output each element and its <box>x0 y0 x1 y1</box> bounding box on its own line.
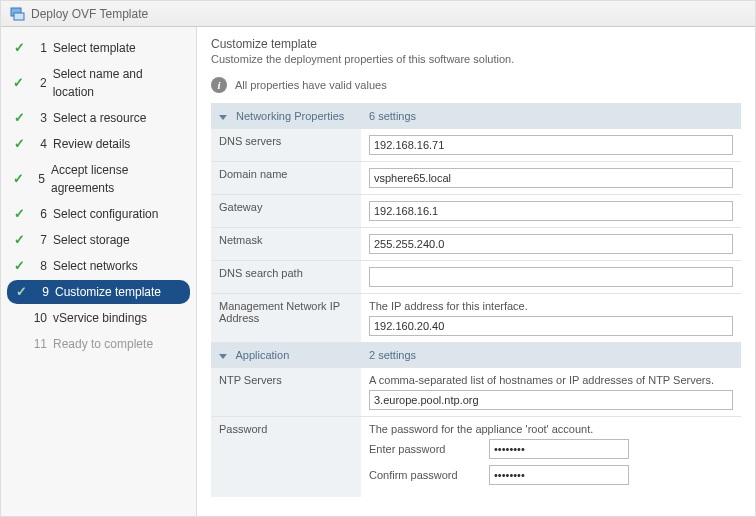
check-icon: ✓ <box>11 75 27 91</box>
row-dns-servers: DNS servers <box>211 129 741 162</box>
chevron-down-icon <box>219 115 227 120</box>
section-title: Application <box>235 349 289 361</box>
step-label: Customize template <box>55 283 161 301</box>
row-mgmt-ip: Management Network IP Address The IP add… <box>211 294 741 343</box>
properties-table: Networking Properties 6 settings DNS ser… <box>211 103 741 497</box>
titlebar: Deploy OVF Template <box>1 1 755 27</box>
step-label: Accept license agreements <box>51 161 186 197</box>
step-number: 8 <box>31 257 47 275</box>
check-icon: ✓ <box>11 232 27 248</box>
step-number: 1 <box>31 39 47 57</box>
step-number: 10 <box>31 309 47 327</box>
row-gateway: Gateway <box>211 195 741 228</box>
label-confirm-password: Confirm password <box>369 469 489 481</box>
wizard-window: Deploy OVF Template ✓1Select template✓2S… <box>0 0 756 517</box>
svg-rect-1 <box>14 13 24 20</box>
input-enter-password[interactable] <box>489 439 629 459</box>
wizard-sidebar: ✓1Select template✓2Select name and locat… <box>1 27 197 516</box>
check-icon: ✓ <box>11 258 27 274</box>
section-networking[interactable]: Networking Properties 6 settings <box>211 104 741 129</box>
step-number: 7 <box>31 231 47 249</box>
input-dns-search[interactable] <box>369 267 733 287</box>
wizard-step-11: 11Ready to complete <box>1 331 196 357</box>
step-number: 6 <box>31 205 47 223</box>
label-gateway: Gateway <box>211 195 361 228</box>
input-netmask[interactable] <box>369 234 733 254</box>
wizard-content: Customize template Customize the deploym… <box>197 27 755 516</box>
row-confirm-password: Confirm password <box>369 465 733 485</box>
step-label: Ready to complete <box>53 335 153 353</box>
info-icon: i <box>211 77 227 93</box>
step-label: Select storage <box>53 231 130 249</box>
validation-message: All properties have valid values <box>235 79 387 91</box>
section-application[interactable]: Application 2 settings <box>211 343 741 368</box>
step-number: 5 <box>30 170 45 188</box>
step-label: Select template <box>53 39 136 57</box>
wizard-step-3[interactable]: ✓3Select a resource <box>1 105 196 131</box>
step-number: 9 <box>33 283 49 301</box>
wizard-step-6[interactable]: ✓6Select configuration <box>1 201 196 227</box>
step-label: Review details <box>53 135 130 153</box>
label-domain-name: Domain name <box>211 162 361 195</box>
check-icon: ✓ <box>13 284 29 300</box>
deploy-icon <box>9 6 25 22</box>
step-label: Select a resource <box>53 109 146 127</box>
desc-password: The password for the appliance 'root' ac… <box>369 423 733 435</box>
check-icon: ✓ <box>11 171 26 187</box>
input-gateway[interactable] <box>369 201 733 221</box>
input-confirm-password[interactable] <box>489 465 629 485</box>
section-count: 6 settings <box>361 104 741 129</box>
step-number: 11 <box>31 335 47 353</box>
label-mgmt-ip: Management Network IP Address <box>211 294 361 343</box>
wizard-step-9[interactable]: ✓9Customize template <box>7 280 190 304</box>
wizard-step-1[interactable]: ✓1Select template <box>1 35 196 61</box>
wizard-step-4[interactable]: ✓4Review details <box>1 131 196 157</box>
check-icon: ✓ <box>11 110 27 126</box>
input-dns-servers[interactable] <box>369 135 733 155</box>
row-dns-search: DNS search path <box>211 261 741 294</box>
label-ntp-servers: NTP Servers <box>211 368 361 417</box>
row-domain-name: Domain name <box>211 162 741 195</box>
label-enter-password: Enter password <box>369 443 489 455</box>
wizard-step-8[interactable]: ✓8Select networks <box>1 253 196 279</box>
step-number: 3 <box>31 109 47 127</box>
validation-row: i All properties have valid values <box>211 77 741 93</box>
row-netmask: Netmask <box>211 228 741 261</box>
label-password: Password <box>211 417 361 498</box>
check-icon: ✓ <box>11 136 27 152</box>
step-number: 4 <box>31 135 47 153</box>
page-heading: Customize template <box>211 37 741 51</box>
chevron-down-icon <box>219 354 227 359</box>
window-title: Deploy OVF Template <box>31 7 148 21</box>
page-subheading: Customize the deployment properties of t… <box>211 53 741 65</box>
desc-ntp-servers: A comma-separated list of hostnames or I… <box>369 374 733 386</box>
wizard-step-7[interactable]: ✓7Select storage <box>1 227 196 253</box>
input-ntp-servers[interactable] <box>369 390 733 410</box>
input-mgmt-ip[interactable] <box>369 316 733 336</box>
wizard-step-2[interactable]: ✓2Select name and location <box>1 61 196 105</box>
label-dns-search: DNS search path <box>211 261 361 294</box>
content-header: Customize template Customize the deploym… <box>211 37 741 65</box>
step-number: 2 <box>31 74 47 92</box>
row-enter-password: Enter password <box>369 439 733 459</box>
desc-mgmt-ip: The IP address for this interface. <box>369 300 733 312</box>
label-dns-servers: DNS servers <box>211 129 361 162</box>
step-label: Select name and location <box>53 65 186 101</box>
row-ntp-servers: NTP Servers A comma-separated list of ho… <box>211 368 741 417</box>
check-icon: ✓ <box>11 206 27 222</box>
wizard-body: ✓1Select template✓2Select name and locat… <box>1 27 755 516</box>
step-label: Select networks <box>53 257 138 275</box>
step-label: vService bindings <box>53 309 147 327</box>
row-password: Password The password for the appliance … <box>211 417 741 498</box>
label-netmask: Netmask <box>211 228 361 261</box>
wizard-step-5[interactable]: ✓5Accept license agreements <box>1 157 196 201</box>
step-label: Select configuration <box>53 205 158 223</box>
wizard-step-10[interactable]: 10vService bindings <box>1 305 196 331</box>
check-icon: ✓ <box>11 40 27 56</box>
check-icon <box>11 310 27 326</box>
section-title: Networking Properties <box>236 110 344 122</box>
input-domain-name[interactable] <box>369 168 733 188</box>
section-count: 2 settings <box>361 343 741 368</box>
